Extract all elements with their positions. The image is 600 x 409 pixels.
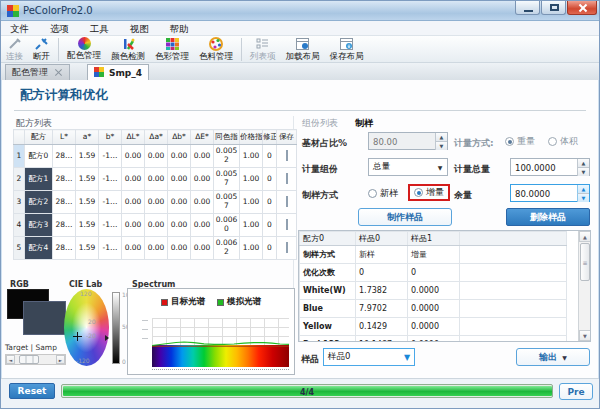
save-layout-button[interactable]: 保存布局 <box>325 36 369 63</box>
base-ratio-spinner[interactable]: 80.00 ▲▼ <box>368 132 448 150</box>
load-layout-button[interactable]: 加载布局 <box>281 36 325 63</box>
spin-down-icon: ▼ <box>435 142 447 150</box>
app-window: PeColorPro2.0 文件 选项 工具 视图 帮助 连接 断开 配色管理 … <box>0 0 600 409</box>
radio-new-sample[interactable]: 新样 <box>368 187 398 200</box>
load-layout-icon <box>295 37 310 51</box>
sample-table-row[interactable]: 优化次数 0 0 <box>300 264 567 282</box>
spectrum-curves <box>152 318 289 367</box>
color-detect-button[interactable]: 颜色检测 <box>106 36 150 63</box>
make-mode-label: 制样方式 <box>302 189 338 202</box>
output-button[interactable]: 输出 ▼ <box>516 348 590 366</box>
tab-color-match-manage[interactable]: 配色管理 <box>5 64 70 80</box>
simulated-legend-swatch <box>217 299 224 306</box>
delete-sample-button[interactable]: 删除样品 <box>506 208 590 226</box>
tab-smp4[interactable]: Smp_4 <box>87 64 149 80</box>
maximize-button[interactable] <box>541 1 566 15</box>
prep-tab-bar: 组份列表 制样 <box>302 117 387 130</box>
disconnect-icon <box>34 37 49 51</box>
sample-table-row[interactable]: White(W) 1.7382 0.0000 <box>300 282 567 300</box>
formula-row[interactable]: 5 配方4 28… 1.59 -1… 0.00 0.00 0.00 0.00 0… <box>14 237 297 260</box>
remain-spinner[interactable]: 80.0000 ▲▼ <box>510 184 590 202</box>
save-layout-icon <box>339 37 354 51</box>
spin-up-icon: ▲ <box>577 159 589 168</box>
list-items-button[interactable]: 列表项 <box>245 36 281 63</box>
main-content: 配方计算和优化 配方列表 配方 L* a* b* ΔL* Δa* Δb* ΔE*… <box>2 80 598 378</box>
spin-up-icon: ▲ <box>577 185 589 194</box>
sample-table-row[interactable]: Yellow 0.1429 0.0000 <box>300 318 567 336</box>
measure-total-label: 计量总量 <box>454 163 490 176</box>
close-tab-icon[interactable] <box>54 68 63 77</box>
formula-row[interactable]: 4 配方3 28… 1.59 -1… 0.00 0.00 0.00 0.00 0… <box>14 214 297 237</box>
swatch-caption: Target | Samp <box>5 343 57 352</box>
horizontal-scrollbar[interactable]: ◄ ► <box>5 354 66 365</box>
make-sample-button[interactable]: 制作样品 <box>358 208 452 226</box>
lightness-marker-icon <box>105 335 109 341</box>
axis-label: 20 <box>88 318 96 325</box>
progress-text: 4/4 <box>62 388 552 397</box>
save-checkbox[interactable] <box>286 219 288 230</box>
menu-file[interactable]: 文件 <box>1 21 38 36</box>
lightness-bar <box>112 292 120 364</box>
pre-button[interactable]: Pre <box>559 383 593 400</box>
menu-view[interactable]: 视图 <box>121 21 158 36</box>
chevron-down-icon: ▼ <box>400 353 414 362</box>
save-checkbox[interactable] <box>286 150 288 161</box>
scrollbar-thumb <box>19 355 39 364</box>
list-icon <box>255 37 270 51</box>
sample-select-dropdown[interactable]: 样品0 ▼ <box>323 348 415 366</box>
radio-icon <box>548 137 557 146</box>
l-scale-label: 0 <box>122 358 126 365</box>
sample-table-row[interactable]: 制样方式 新样 增量 <box>300 246 567 264</box>
formula-table: 配方 L* a* b* ΔL* Δa* Δb* ΔE* 同色指 价格指 修正次 … <box>13 129 297 260</box>
scroll-down-icon: ▼ <box>579 330 591 341</box>
toolbar: 连接 断开 配色管理 颜色检测 色彩管理 色料管理 列表项 <box>1 36 599 63</box>
toolbar-separator <box>58 38 59 61</box>
progress-bar: 4/4 <box>61 384 553 398</box>
radio-volume[interactable]: 体积 <box>548 135 578 148</box>
radio-icon <box>368 189 377 198</box>
measure-total-spinner[interactable]: 100.0000 ▲▼ <box>510 158 590 176</box>
minimize-button[interactable] <box>515 1 540 15</box>
menu-options[interactable]: 选项 <box>41 21 78 36</box>
axis-label: 120 <box>80 290 91 297</box>
menu-help[interactable]: 帮助 <box>161 21 198 36</box>
formula-row[interactable]: 3 配方2 28… 1.59 -1… 0.00 0.00 0.00 0.00 0… <box>14 191 297 214</box>
tab-component-list[interactable]: 组份列表 <box>302 118 338 128</box>
sample-table-row[interactable]: Red 122 10.1487 0.0000 <box>300 336 567 343</box>
menu-tools[interactable]: 工具 <box>81 21 118 36</box>
scrollbar-thumb: ≡ <box>580 243 590 281</box>
legend-simulated: 模拟光谱 <box>217 296 261 308</box>
reset-button[interactable]: Reset <box>9 383 55 399</box>
sample-table: 配方0 样品0 样品1 制样方式 新样 增量 优化次数 0 0 White(W) <box>299 231 567 342</box>
radio-increment[interactable]: 增量 <box>414 186 444 199</box>
disconnect-button[interactable]: 断开 <box>28 36 55 63</box>
color-match-manage-button[interactable]: 配色管理 <box>62 36 106 63</box>
save-checkbox[interactable] <box>286 242 288 253</box>
color-detect-icon <box>121 37 136 51</box>
close-button[interactable] <box>567 1 597 15</box>
radio-icon <box>414 188 423 197</box>
color-manage-button[interactable]: 色彩管理 <box>150 36 194 63</box>
measure-comp-label: 计量组份 <box>302 163 338 176</box>
status-bar: Reset 4/4 Pre <box>1 378 599 408</box>
vertical-scrollbar[interactable]: ▲ ≡ ▼ <box>578 231 590 341</box>
formula-row[interactable]: 2 配方1 28… 1.59 -1… 0.00 0.00 0.00 0.00 0… <box>14 168 297 191</box>
tab-make-sample[interactable]: 制样 <box>355 118 373 128</box>
save-checkbox[interactable] <box>286 196 288 207</box>
scroll-left-icon: ◄ <box>6 355 15 364</box>
sample-table-row[interactable]: Blue 7.9702 0.0000 <box>300 300 567 318</box>
toolbar-separator <box>241 38 242 61</box>
formula-row[interactable]: 1 配方0 28… 1.59 -1… 0.00 0.00 0.00 0.00 0… <box>14 145 297 168</box>
lab-crosshair-icon <box>77 332 78 341</box>
connect-button[interactable]: 连接 <box>1 36 28 63</box>
axis-label: -120 <box>76 357 90 364</box>
lab-color-ellipse <box>64 289 109 366</box>
save-checkbox[interactable] <box>286 173 288 184</box>
radio-weight[interactable]: 重量 <box>505 135 535 148</box>
colorant-icon <box>209 37 224 51</box>
sample-table-container: 配方0 样品0 样品1 制样方式 新样 增量 优化次数 0 0 White(W) <box>298 230 591 342</box>
measure-comp-dropdown[interactable]: 总量 ▼ <box>368 158 448 176</box>
app-icon <box>7 5 19 17</box>
colorant-manage-button[interactable]: 色料管理 <box>194 36 238 63</box>
color-grid-icon <box>165 37 180 51</box>
